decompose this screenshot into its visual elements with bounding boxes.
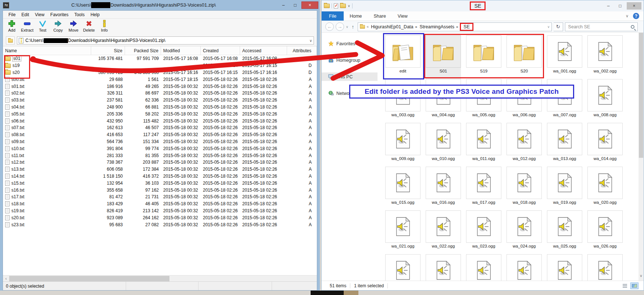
minimize-button[interactable]: – <box>278 1 289 9</box>
tile-icon-box[interactable] <box>426 167 461 199</box>
delete-button[interactable]: Delete <box>82 19 96 32</box>
tab-share[interactable]: Share <box>368 11 392 21</box>
file-tile[interactable]: wa_020.ogg <box>587 167 623 210</box>
file-tile[interactable]: wa_018.ogg <box>507 167 542 210</box>
nav-this-pc[interactable]: This PC <box>322 72 378 81</box>
file-tile[interactable]: wa_008.ogg <box>587 79 623 123</box>
file-name[interactable]: s20 <box>12 70 19 75</box>
table-row[interactable]: s13.txt606 058172 3842015-05-18 00:32201… <box>3 166 317 173</box>
refresh-button[interactable]: ↻ <box>554 22 563 31</box>
search-icon[interactable] <box>631 25 634 29</box>
info-button[interactable]: Info <box>98 19 111 32</box>
file-name[interactable]: s01 <box>12 56 21 61</box>
tile-icon-box[interactable] <box>547 254 582 281</box>
file-tile[interactable]: wa_022.ogg <box>426 210 461 254</box>
file-tile[interactable]: wa_024.ogg <box>507 210 542 254</box>
tile-icon-box[interactable] <box>507 35 542 68</box>
file-name[interactable]: s05.txt <box>11 111 24 117</box>
up-folder-button[interactable] <box>6 36 15 45</box>
back-button[interactable]: ← <box>325 22 334 31</box>
column-name[interactable]: Name <box>3 46 91 55</box>
file-tile[interactable]: wa_013.ogg <box>547 123 582 167</box>
column-modified[interactable]: Modified <box>161 46 201 55</box>
file-name[interactable]: s12.txt <box>11 160 24 165</box>
table-row[interactable]: s00.txt29 6881 5612015-05-17 18:152015-0… <box>3 76 317 83</box>
folder-tile[interactable]: S20 <box>507 35 542 79</box>
scroll-left-icon[interactable]: ‹ <box>3 277 9 281</box>
up-button[interactable]: ↑ <box>350 24 356 30</box>
table-row[interactable]: s192015-05-17 16:142015-05-17 16:15D <box>3 62 317 69</box>
table-row[interactable]: s19.txt826 419213 1422015-05-18 00:32201… <box>3 207 317 214</box>
file-name[interactable]: s19.txt <box>11 208 24 213</box>
file-name[interactable]: s20.txt <box>11 215 24 220</box>
tab-view[interactable]: View <box>392 11 414 21</box>
tile-icon-box[interactable] <box>507 254 542 281</box>
test-button[interactable]: Test <box>36 19 49 32</box>
tile-icon-box[interactable] <box>466 35 501 68</box>
tab-home[interactable]: Home <box>344 11 368 21</box>
vertical-scrollbar[interactable]: ∨ <box>638 33 644 281</box>
file-name[interactable]: s10.txt <box>11 146 24 151</box>
new-folder-icon[interactable] <box>340 4 346 8</box>
close-button[interactable]: × <box>301 1 318 9</box>
breadcrumb-item[interactable]: HigurashiEp01_Data <box>370 24 414 29</box>
table-row[interactable]: s03.txt237 58162 3362015-05-18 00:322015… <box>3 97 317 104</box>
column-size[interactable]: Size <box>91 46 125 55</box>
tile-icon-box[interactable] <box>426 35 461 68</box>
extract-button[interactable]: Extract <box>21 19 34 32</box>
minimize-button[interactable]: – <box>603 2 613 10</box>
chevron-down-icon[interactable]: ∨ <box>348 4 350 8</box>
tile-icon-box[interactable] <box>426 123 461 155</box>
sevenzip-titlebar[interactable]: 7z C:\Users\Downloads\Higurashi\Higurash… <box>0 0 320 10</box>
table-row[interactable]: s01105 376 48197 591 7092015-05-17 16:08… <box>3 55 317 62</box>
tile-icon-box[interactable] <box>466 254 501 281</box>
scrollbar-thumb[interactable] <box>639 33 643 158</box>
file-name[interactable]: s07.txt <box>11 125 24 130</box>
file-tile[interactable]: wa_010.ogg <box>426 123 461 167</box>
column-packed-size[interactable]: Packed Size <box>125 46 161 55</box>
file-tile[interactable] <box>547 254 582 281</box>
folder-tile[interactable]: edit <box>385 35 421 79</box>
table-row[interactable]: s15.txt132 95436 1032015-05-18 00:322015… <box>3 180 317 186</box>
menu-view[interactable]: View <box>32 11 47 18</box>
file-tile[interactable]: wa_017.ogg <box>466 167 501 210</box>
tile-icon-box[interactable] <box>507 210 542 243</box>
thumbnail-view-button[interactable] <box>630 282 638 289</box>
file-tile[interactable]: wa_002.ogg <box>587 35 623 79</box>
address-bar[interactable]: « HigurashiEp01_Data ▸ StreamingAssets ▸… <box>358 22 552 31</box>
details-view-button[interactable] <box>621 282 629 289</box>
maximize-button[interactable]: □ <box>290 1 301 9</box>
file-name[interactable]: s17.txt <box>11 194 24 199</box>
file-name[interactable]: s13.txt <box>11 167 24 172</box>
tile-icon-box[interactable] <box>385 167 421 199</box>
table-row[interactable]: s07.txt162 61346 5072015-05-18 00:322015… <box>3 124 317 131</box>
tile-icon-box[interactable] <box>547 210 582 243</box>
tile-icon-box[interactable] <box>426 210 461 243</box>
tile-icon-box[interactable] <box>507 167 542 199</box>
tile-icon-box[interactable] <box>385 210 421 243</box>
table-row[interactable]: s09.txt564 736151 3342015-05-18 00:32201… <box>3 138 317 145</box>
menu-help[interactable]: Help <box>88 11 102 18</box>
column-attributes[interactable]: Attributes <box>287 46 317 55</box>
table-row[interactable]: s01.txt186 91649 2652015-05-18 00:322015… <box>3 83 317 90</box>
file-tile[interactable]: wa_026.ogg <box>587 210 623 254</box>
file-name[interactable]: s18.txt <box>11 201 24 206</box>
table-row[interactable]: s04.txt248 90066 8812015-05-18 00:322015… <box>3 104 317 111</box>
file-name[interactable]: s09.txt <box>11 139 24 144</box>
file-tile[interactable]: wa_001.ogg <box>547 35 582 79</box>
file-name[interactable]: s23.txt <box>11 222 24 227</box>
search-input[interactable]: Search SE <box>565 22 638 31</box>
nav-homegroup[interactable]: Homegroup <box>322 56 378 64</box>
table-row[interactable]: s12.txt738 367203 8872015-05-18 00:32201… <box>3 159 317 166</box>
horizontal-scrollbar[interactable]: ‹ <box>3 275 317 281</box>
file-tile[interactable]: wa_016.ogg <box>426 167 461 210</box>
file-name[interactable]: s03.txt <box>11 97 24 103</box>
tile-icon-box[interactable] <box>466 210 501 243</box>
file-tile[interactable]: wa_014.ogg <box>587 123 623 167</box>
scroll-down-icon[interactable]: ∨ <box>638 274 644 278</box>
file-name[interactable]: s11.txt <box>11 153 24 158</box>
folder-tile[interactable]: S01 <box>426 35 461 79</box>
tile-icon-box[interactable] <box>587 254 623 281</box>
table-row[interactable]: s20.txt923 089264 1622015-05-18 00:32201… <box>3 214 317 221</box>
address-combobox[interactable]: C:\Users\Downloads\Higurashi\HigurashiPS… <box>17 36 314 45</box>
